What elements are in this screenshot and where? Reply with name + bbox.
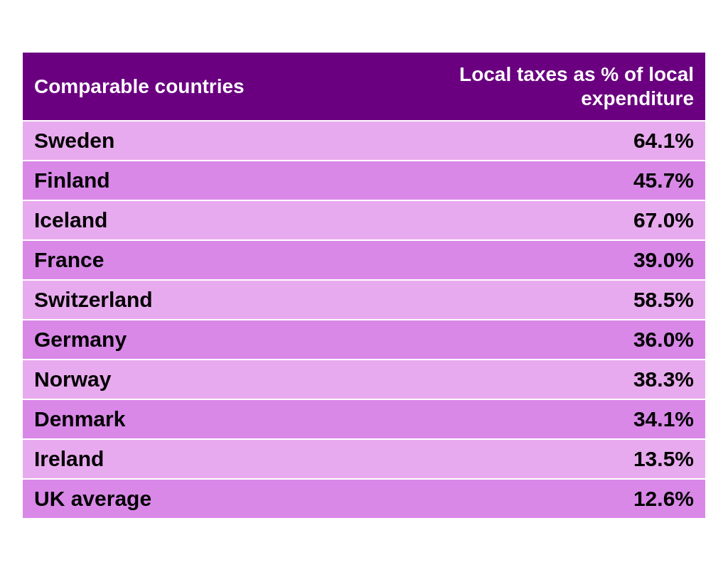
table-row: Norway38.3% bbox=[23, 360, 705, 399]
value-cell: 34.1% bbox=[330, 399, 705, 439]
value-cell: 38.3% bbox=[330, 360, 705, 399]
country-cell: UK average bbox=[23, 479, 330, 519]
value-cell: 39.0% bbox=[330, 240, 705, 280]
value-cell: 64.1% bbox=[330, 121, 705, 161]
table-row: Sweden64.1% bbox=[23, 121, 705, 161]
table-row: UK average12.6% bbox=[23, 479, 705, 519]
table-header-row: Comparable countries Local taxes as % of… bbox=[23, 53, 705, 121]
value-cell: 45.7% bbox=[330, 161, 705, 200]
country-cell: Ireland bbox=[23, 439, 330, 479]
country-cell: Switzerland bbox=[23, 280, 330, 320]
table-row: Switzerland58.5% bbox=[23, 280, 705, 320]
value-cell: 67.0% bbox=[330, 200, 705, 240]
table-row: Iceland67.0% bbox=[23, 200, 705, 240]
table-row: Finland45.7% bbox=[23, 161, 705, 200]
country-cell: Denmark bbox=[23, 399, 330, 439]
value-cell: 12.6% bbox=[330, 479, 705, 519]
comparison-table: Comparable countries Local taxes as % of… bbox=[23, 53, 705, 519]
column-header-taxes: Local taxes as % of local expenditure bbox=[330, 53, 705, 121]
value-cell: 58.5% bbox=[330, 280, 705, 320]
table-row: France39.0% bbox=[23, 240, 705, 280]
value-cell: 13.5% bbox=[330, 439, 705, 479]
country-cell: Germany bbox=[23, 320, 330, 360]
country-cell: Iceland bbox=[23, 200, 330, 240]
table-row: Ireland13.5% bbox=[23, 439, 705, 479]
country-cell: Finland bbox=[23, 161, 330, 200]
table-row: Denmark34.1% bbox=[23, 399, 705, 439]
country-cell: Sweden bbox=[23, 121, 330, 161]
country-cell: Norway bbox=[23, 360, 330, 399]
table-row: Germany36.0% bbox=[23, 320, 705, 360]
column-header-countries: Comparable countries bbox=[23, 53, 330, 121]
country-cell: France bbox=[23, 240, 330, 280]
main-table-container: Comparable countries Local taxes as % of… bbox=[23, 53, 705, 519]
value-cell: 36.0% bbox=[330, 320, 705, 360]
